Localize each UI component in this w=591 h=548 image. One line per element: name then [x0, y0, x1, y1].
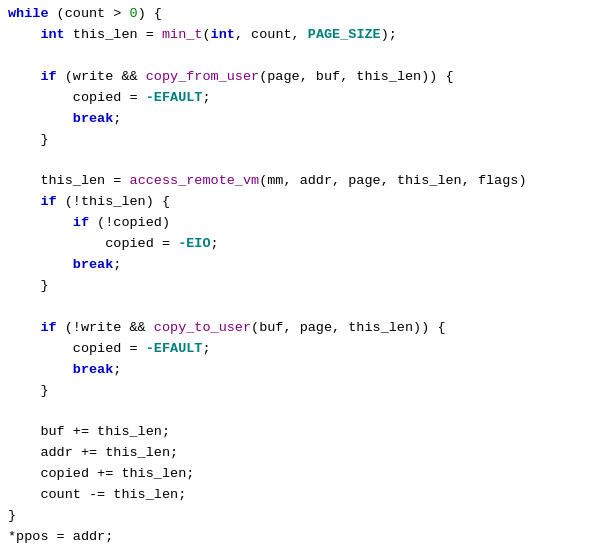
line-26: *ppos = addr; [8, 527, 583, 548]
line-23: copied += this_len; [8, 464, 583, 485]
line-18: break; [8, 360, 583, 381]
line-2: int this_len = min_t(int, count, PAGE_SI… [8, 25, 583, 46]
line-14: } [8, 276, 583, 297]
line-21: buf += this_len; [8, 422, 583, 443]
line-3 [8, 46, 583, 67]
line-19: } [8, 381, 583, 402]
line-4: if (write && copy_from_user(page, buf, t… [8, 67, 583, 88]
line-16: if (!write && copy_to_user(buf, page, th… [8, 318, 583, 339]
line-15 [8, 297, 583, 318]
line-22: addr += this_len; [8, 443, 583, 464]
line-8 [8, 150, 583, 171]
line-17: copied = -EFAULT; [8, 339, 583, 360]
line-5: copied = -EFAULT; [8, 88, 583, 109]
line-11: if (!copied) [8, 213, 583, 234]
line-24: count -= this_len; [8, 485, 583, 506]
line-20 [8, 402, 583, 423]
code-block: while (count > 0) { int this_len = min_t… [0, 0, 591, 548]
line-12: copied = -EIO; [8, 234, 583, 255]
line-9: this_len = access_remote_vm(mm, addr, pa… [8, 171, 583, 192]
line-7: } [8, 130, 583, 151]
line-25: } [8, 506, 583, 527]
line-6: break; [8, 109, 583, 130]
line-13: break; [8, 255, 583, 276]
line-10: if (!this_len) { [8, 192, 583, 213]
line-1: while (count > 0) { [8, 4, 583, 25]
